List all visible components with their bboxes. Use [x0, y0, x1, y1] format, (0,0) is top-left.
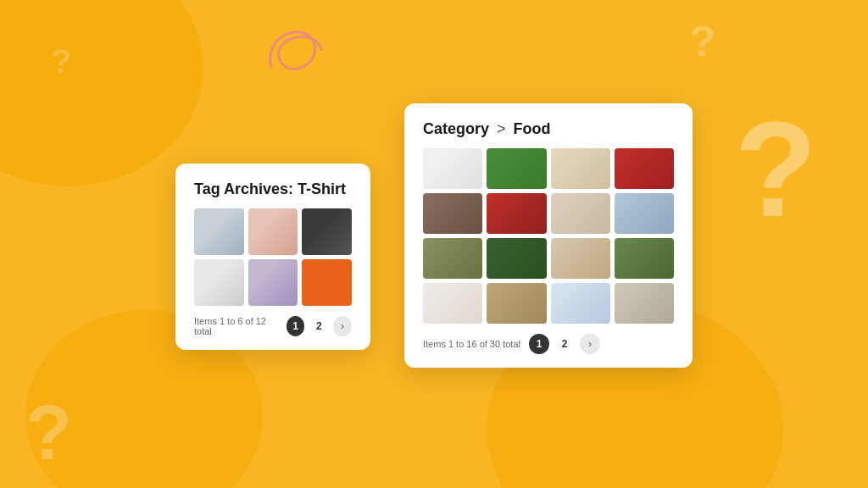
food-image-3: [551, 148, 610, 189]
food-image-2: [487, 148, 546, 189]
food-image-15: [551, 283, 610, 324]
food-image-13: [423, 283, 482, 324]
left-page-next-button[interactable]: ›: [333, 316, 352, 336]
category-prefix: Category: [423, 120, 489, 137]
food-image-grid: [423, 148, 674, 324]
left-pagination-text: Items 1 to 6 of 12 total: [194, 316, 278, 336]
tag-archives-card: Tag Archives: T-Shirt Items 1 to 6 of 12…: [175, 164, 370, 350]
right-pagination-text: Items 1 to 16 of 30 total: [423, 339, 520, 349]
left-card-title: Tag Archives: T-Shirt: [194, 180, 352, 198]
right-card-title: Category > Food: [423, 120, 674, 138]
tshirt-image-5: [248, 259, 298, 306]
food-image-9: [423, 238, 482, 279]
food-image-10: [487, 238, 546, 279]
food-image-1: [423, 148, 482, 189]
food-image-5: [423, 193, 482, 234]
tshirt-image-6: [302, 259, 352, 306]
tshirt-image-4: [194, 259, 244, 306]
tshirt-image-grid: [194, 208, 352, 306]
category-food-card: Category > Food Items 1 to 16 of 30 tota…: [404, 103, 693, 368]
right-card-pagination: Items 1 to 16 of 30 total 1 2 ›: [423, 334, 674, 354]
right-page-1-button[interactable]: 1: [529, 334, 549, 354]
food-image-7: [551, 193, 610, 234]
cards-container: Tag Archives: T-Shirt Items 1 to 6 of 12…: [0, 0, 868, 488]
food-image-4: [615, 148, 674, 189]
left-page-2-button[interactable]: 2: [309, 316, 328, 336]
food-image-11: [551, 238, 610, 279]
food-image-6: [487, 193, 546, 234]
category-food-label: Food: [514, 120, 551, 137]
food-image-16: [615, 283, 674, 324]
tshirt-image-2: [248, 208, 298, 255]
food-image-8: [615, 193, 674, 234]
tshirt-image-1: [194, 208, 244, 255]
right-page-next-button[interactable]: ›: [580, 334, 600, 354]
left-page-1-button[interactable]: 1: [287, 316, 305, 336]
category-arrow: >: [497, 120, 510, 137]
right-page-2-button[interactable]: 2: [554, 334, 575, 354]
food-image-14: [487, 283, 546, 324]
tshirt-image-3: [302, 208, 352, 255]
left-card-pagination: Items 1 to 6 of 12 total 1 2 ›: [194, 316, 352, 336]
food-image-12: [615, 238, 674, 279]
